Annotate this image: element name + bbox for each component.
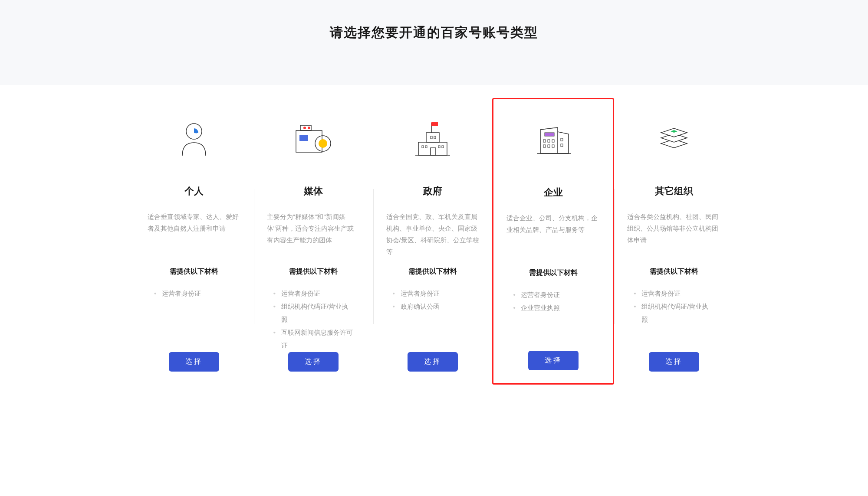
card-description: 适合各类公益机构、社团、民间组织、公共场馆等非公立机构团体申请 [623, 211, 725, 258]
svg-rect-7 [299, 135, 308, 141]
account-type-cards: 个人 适合垂直领域专家、达人、爱好者及其他自然人注册和申请 需提供以下材料 运营… [122, 85, 746, 402]
svg-rect-12 [434, 136, 436, 139]
svg-rect-25 [548, 145, 550, 147]
card-title: 个人 [184, 185, 204, 198]
materials-title: 需提供以下材料 [529, 268, 578, 277]
list-item: 运营者身份证 [634, 287, 714, 300]
card-other-org: 其它组织 适合各类公益机构、社团、民间组织、公共场馆等非公立机构团体申请 需提供… [614, 102, 733, 385]
materials-list: 运营者身份证 企业营业执照 [502, 288, 604, 336]
list-item: 运营者身份证 [154, 287, 234, 300]
svg-rect-20 [545, 133, 554, 136]
select-button[interactable]: 选择 [649, 352, 699, 372]
card-title: 企业 [544, 186, 563, 199]
svg-rect-18 [442, 146, 444, 148]
stack-icon [657, 115, 691, 163]
svg-rect-23 [552, 140, 554, 142]
svg-rect-28 [561, 144, 563, 147]
list-item: 政府确认公函 [393, 300, 473, 313]
camera-icon [292, 115, 335, 163]
svg-point-4 [308, 127, 310, 129]
materials-title: 需提供以下材料 [408, 267, 457, 276]
materials-title: 需提供以下材料 [289, 267, 338, 276]
svg-rect-1 [296, 131, 322, 152]
materials-list: 运营者身份证 组织机构代码证/营业执照 [623, 287, 725, 335]
svg-rect-15 [422, 146, 424, 148]
divider [373, 189, 374, 324]
list-item: 运营者身份证 [393, 287, 473, 300]
svg-rect-21 [543, 140, 546, 142]
svg-rect-22 [548, 140, 550, 142]
svg-rect-26 [552, 145, 554, 147]
select-button[interactable]: 选择 [528, 351, 579, 370]
person-icon [179, 115, 209, 163]
svg-rect-14 [431, 148, 436, 155]
building-icon [534, 117, 573, 164]
list-item: 运营者身份证 [513, 288, 593, 301]
svg-rect-24 [543, 145, 546, 147]
list-item: 组织机构代码证/营业执照 [634, 300, 714, 326]
divider [614, 189, 615, 324]
svg-rect-10 [426, 133, 439, 142]
svg-rect-13 [418, 142, 447, 155]
svg-rect-9 [431, 122, 438, 126]
select-button[interactable]: 选择 [288, 352, 339, 372]
materials-list: 运营者身份证 [143, 287, 245, 335]
card-description: 适合企业、公司、分支机构，企业相关品牌、产品与服务等 [502, 212, 604, 260]
materials-list: 运营者身份证 政府确认公函 [382, 287, 484, 335]
card-media: 媒体 主要分为"群媒体"和"新闻媒体"两种，适合专注内容生产或有内容生产能力的团… [254, 102, 373, 385]
svg-point-3 [303, 127, 306, 129]
page-title: 请选择您要开通的百家号账号类型 [0, 24, 868, 42]
card-title: 政府 [423, 185, 442, 198]
svg-rect-11 [431, 136, 432, 139]
svg-point-6 [319, 139, 327, 148]
card-description: 主要分为"群媒体"和"新闻媒体"两种，适合专注内容生产或有内容生产能力的团体 [263, 211, 365, 258]
card-title: 媒体 [304, 185, 323, 198]
select-button[interactable]: 选择 [408, 352, 458, 372]
divider [254, 189, 254, 324]
list-item: 运营者身份证 [273, 287, 354, 300]
list-item: 组织机构代码证/营业执照 [273, 300, 354, 326]
select-button[interactable]: 选择 [169, 352, 219, 372]
svg-rect-16 [425, 146, 427, 148]
materials-title: 需提供以下材料 [170, 267, 218, 276]
list-item: 企业营业执照 [513, 301, 593, 314]
materials-list: 运营者身份证 组织机构代码证/营业执照 互联网新闻信息服务许可证 [263, 287, 365, 352]
header-section: 请选择您要开通的百家号账号类型 [0, 0, 868, 85]
svg-rect-27 [561, 138, 563, 141]
card-personal: 个人 适合垂直领域专家、达人、爱好者及其他自然人注册和申请 需提供以下材料 运营… [135, 102, 254, 385]
card-government: 政府 适合全国党、政、军机关及直属机构、事业单位、央企、国家级协会/景区、科研院… [373, 102, 493, 385]
materials-title: 需提供以下材料 [650, 267, 698, 276]
svg-rect-17 [438, 146, 440, 148]
card-description: 适合垂直领域专家、达人、爱好者及其他自然人注册和申请 [143, 211, 245, 258]
card-title: 其它组织 [655, 185, 693, 198]
list-item: 互联网新闻信息服务许可证 [273, 326, 354, 352]
government-icon [413, 115, 452, 163]
card-enterprise: 企业 适合企业、公司、分支机构，企业相关品牌、产品与服务等 需提供以下材料 运营… [492, 98, 614, 385]
card-description: 适合全国党、政、军机关及直属机构、事业单位、央企、国家级协会/景区、科研院所、公… [382, 211, 484, 258]
